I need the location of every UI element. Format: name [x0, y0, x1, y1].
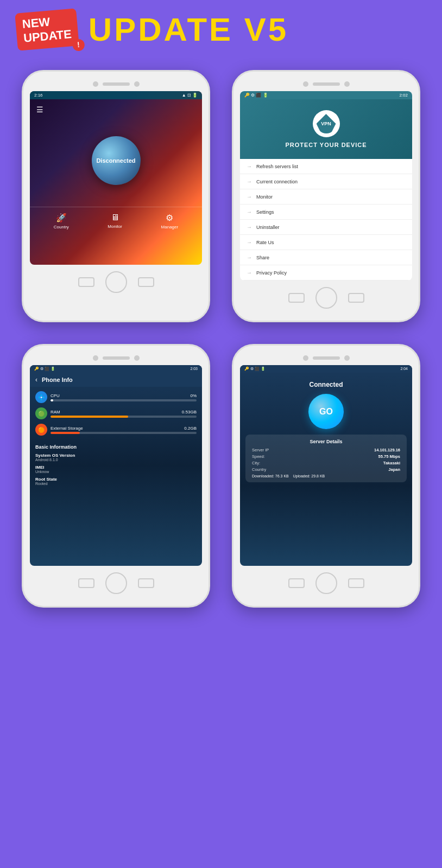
phone2-time: 2:02: [399, 93, 408, 98]
monitor-icon: 🖥: [111, 213, 119, 222]
downloaded-text: Downloaded: 76.3 KB: [252, 474, 289, 478]
nav-country[interactable]: 🚀 Country: [54, 213, 69, 229]
country-key: Country: [252, 467, 266, 472]
menu-item-settings[interactable]: → Settings: [240, 205, 412, 220]
menu-list: → Refresh servers list → Current connect…: [240, 159, 412, 280]
phone2-menu-btn: [348, 293, 364, 303]
storage-icon: 🟠: [35, 424, 47, 436]
country-val: Japan: [388, 467, 400, 472]
root-state-row: Root State Rooted: [35, 477, 197, 486]
menu-item-rateus[interactable]: → Rate Us: [240, 235, 412, 250]
update-title: UPDATE V5: [89, 11, 288, 48]
phone1-mockup: 2:16 ▲ ⊡ 🔋 ☰ Disconnected 🚀 Country: [22, 70, 210, 322]
back-button[interactable]: ‹: [35, 376, 37, 384]
phone1-icons: ▲ ⊡ 🔋: [182, 93, 198, 98]
phone2-camera2: [344, 81, 350, 87]
server-ip-val: 14.101.129.16: [374, 448, 400, 452]
menu-item-monitor[interactable]: → Monitor: [240, 189, 412, 205]
speed-key: Speed:: [252, 454, 265, 459]
storage-label: External Storage: [50, 426, 83, 431]
arrow-icon: →: [247, 254, 252, 260]
os-version-row: System OS Version Android 8.1.0: [35, 453, 197, 462]
arrow-icon: →: [247, 209, 252, 215]
screen2-title: PROTECT YOUR DEVICE: [285, 142, 367, 148]
storage-value: 0.2GB: [184, 426, 197, 431]
screen1-menu: ☰: [30, 99, 202, 120]
arrow-icon: →: [247, 224, 252, 230]
root-state-val: Rooted: [35, 482, 197, 486]
nav-monitor[interactable]: 🖥 Monitor: [108, 213, 122, 229]
phone1-camera: [93, 81, 98, 87]
vpn-cloud-icon: VPN: [313, 110, 340, 137]
server-details-box: Server Details Server IP 14.101.129.16 S…: [245, 435, 407, 482]
header: NEW UPDATE UPDATE V5: [0, 0, 442, 59]
cpu-icon: 💠: [35, 391, 47, 403]
phone4-home-btn: [315, 572, 337, 594]
phone3-home-btn: [105, 572, 127, 594]
disconnect-text: Disconnected: [96, 157, 135, 164]
storage-row: 🟠 External Storage 0.2GB: [35, 424, 197, 436]
country-icon: 🚀: [56, 213, 67, 223]
menu-item-refresh[interactable]: → Refresh servers list: [240, 159, 412, 174]
screen1-center: Disconnected: [30, 120, 202, 196]
phone4-camera: [303, 355, 308, 361]
phone3-screen: 🔑 ⚙ ⬛ 🔋 2:03 ‹ Phone Info 💠 CPU 0%: [30, 365, 202, 566]
nav-manager[interactable]: ⚙ Manager: [161, 213, 179, 229]
phone4-camera2: [344, 355, 350, 361]
phone2-screen: 🔑 ⚙ ⬛ 🔋 2:02 VPN PROTECT YOUR DEVICE → R…: [240, 91, 412, 280]
screen2-statusbar: 🔑 ⚙ ⬛ 🔋 2:02: [240, 91, 412, 99]
hamburger-icon[interactable]: ☰: [36, 105, 43, 114]
phone4-top: [240, 355, 412, 361]
menu-item-uninstaller[interactable]: → Uninstaller: [240, 220, 412, 235]
menu-connection-label: Current connection: [256, 179, 298, 184]
arrow-icon: →: [247, 270, 252, 276]
cpu-progress-fill: [50, 399, 53, 401]
root-state-key: Root State: [35, 477, 197, 482]
phone4-back-btn: [288, 578, 305, 588]
basic-info-section: Basic Information System OS Version Andr…: [30, 444, 202, 486]
ram-icon: 🟢: [35, 407, 47, 419]
phone-info-title: Phone Info: [42, 376, 73, 383]
phone1-home-btn: [105, 271, 127, 293]
cpu-progress-bg: [50, 399, 197, 401]
server-ip-key: Server IP: [252, 448, 269, 452]
connected-label: Connected: [309, 381, 343, 388]
phone-info-content: 💠 CPU 0% 🟢: [30, 387, 202, 444]
screen4-statusbar: 🔑 ⚙ ⬛ 🔋 2:04: [240, 365, 412, 373]
phone3-top: [30, 355, 202, 361]
phone2-camera: [303, 81, 308, 87]
menu-privacy-label: Privacy Policy: [256, 270, 287, 276]
menu-refresh-label: Refresh servers list: [256, 164, 298, 169]
phone3-time: 2:03: [190, 367, 198, 371]
cpu-label: CPU: [50, 393, 60, 398]
phone2-bottom: [240, 287, 412, 309]
title-prefix: UPDATE: [89, 11, 233, 48]
phone3-camera2: [134, 355, 140, 361]
imei-row: IMEI Unknow: [35, 465, 197, 474]
phone2-top: [240, 81, 412, 87]
menu-share-label: Share: [256, 255, 269, 260]
phones-grid: 2:16 ▲ ⊡ 🔋 ☰ Disconnected 🚀 Country: [0, 59, 442, 640]
phone4-time: 2:04: [400, 367, 408, 371]
imei-val: Unknow: [35, 470, 197, 474]
phone4-menu-btn: [348, 578, 364, 588]
phone1-time: 2:16: [34, 93, 43, 98]
vpn-label: VPN: [317, 114, 336, 133]
menu-item-connection[interactable]: → Current connection: [240, 174, 412, 189]
cpu-info: CPU 0%: [50, 393, 197, 401]
country-label: Country: [54, 225, 69, 229]
city-key: City:: [252, 461, 260, 465]
os-version-key: System OS Version: [35, 453, 197, 458]
manager-label: Manager: [161, 225, 179, 229]
menu-item-share[interactable]: → Share: [240, 250, 412, 265]
city-val: Takasaki: [383, 461, 400, 465]
disconnect-ball[interactable]: Disconnected: [92, 136, 141, 185]
menu-item-privacy[interactable]: → Privacy Policy: [240, 265, 412, 280]
phone2-mockup: 🔑 ⚙ ⬛ 🔋 2:02 VPN PROTECT YOUR DEVICE → R…: [232, 70, 420, 322]
server-details-title: Server Details: [252, 439, 400, 444]
phone1-bottom: [30, 271, 202, 293]
go-button[interactable]: GO: [308, 394, 344, 429]
screen3-statusbar: 🔑 ⚙ ⬛ 🔋 2:03: [30, 365, 202, 373]
country-row: Country Japan: [252, 467, 400, 472]
arrow-icon: →: [247, 239, 252, 245]
